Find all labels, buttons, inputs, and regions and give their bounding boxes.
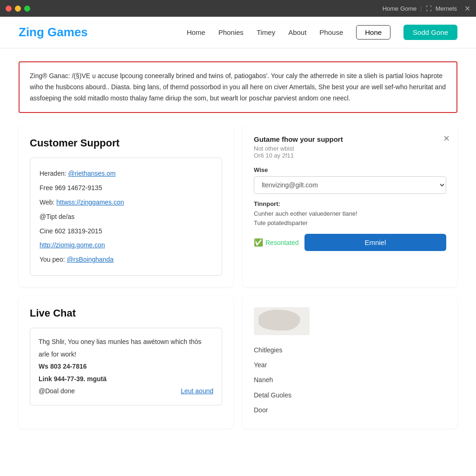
heraden-link[interactable]: @riethanses.om (68, 170, 115, 177)
list-item: Chitlegies (254, 343, 446, 357)
close-button[interactable] (6, 6, 12, 12)
form-close-icon[interactable]: ✕ (443, 133, 450, 144)
nav-home[interactable]: Home (187, 28, 205, 36)
live-chat-title: Live Chat (30, 307, 222, 319)
list-item: Door (254, 403, 446, 417)
category-list: Chitlegies Year Naneh Detal Guoles Door (254, 343, 446, 417)
doal-done-text: @Doal done (39, 387, 75, 395)
chat-bold2: Link 944-77-39. mgutä (39, 373, 213, 385)
content-grid: Customer Support Heraden: @riethanses.om… (19, 126, 457, 429)
list-item: Year (254, 357, 446, 372)
support-form-title: Gutame fhow your support (254, 135, 446, 143)
tinnport-line2: Tute potatedlsparter (254, 219, 308, 226)
web-row: Web: httwss://zinggames.con (40, 195, 212, 210)
bottom-right-card: Chitlegies Year Naneh Detal Guoles Door (243, 296, 457, 429)
titlebar-close-btn[interactable]: ✕ (464, 4, 470, 13)
tinnport-line1: Cunher auch eother valuederner tlane! (254, 210, 357, 217)
zio-link[interactable]: http://ziomig.gome.con (40, 241, 105, 249)
nav-timey[interactable]: Timey (257, 28, 275, 36)
title-bar: Home Gome | ⛶ Mernels ✕ (0, 0, 476, 17)
web-link[interactable]: httwss://zinggames.con (56, 198, 124, 206)
alert-text: Zing® Ganac: /(§)VE ᴜ accuse lpcoung con… (30, 72, 446, 102)
email-button[interactable]: Emniel (304, 234, 446, 251)
window-controls (6, 6, 30, 12)
heraden-row: Heraden: @riethanses.om (40, 166, 212, 181)
wise-label: Wise (254, 166, 446, 173)
nav-about[interactable]: About (288, 28, 306, 36)
logo-accent: Z (19, 25, 26, 39)
main-content: Zing® Ganac: /(§)VE ᴜ accuse lpcoung con… (0, 48, 476, 442)
alert-box: Zing® Ganac: /(§)VE ᴜ accuse lpcoung con… (19, 61, 457, 113)
check-icon: ✅ (254, 238, 263, 247)
support-form-card: ✕ Gutame fhow your support Not other wbi… (243, 126, 457, 287)
window-title: Home Gome | ⛶ Mernels ✕ (383, 4, 470, 13)
free-row: Free 969 14672-9135 (40, 181, 212, 195)
you-link[interactable]: @rsBoinghanda (67, 256, 114, 263)
resontated-status: ✅ Resontated (254, 238, 299, 247)
nav-phouse[interactable]: Phouse (319, 28, 343, 36)
subtitle-text: Not other wbist (254, 145, 294, 152)
chat-bold1: Ws 803 24-7816 (39, 360, 213, 373)
support-form-subtitle: Not other wbist Or6 10 ay 2f11 (254, 145, 446, 159)
customer-support-card: Customer Support Heraden: @riethanses.om… (19, 126, 233, 287)
menu-icon: ⛶ (426, 5, 432, 12)
customer-support-info: Heraden: @riethanses.om Free 969 14672-9… (30, 158, 222, 276)
maximize-button[interactable] (24, 6, 30, 12)
customer-support-title: Customer Support (30, 137, 222, 149)
you-row: You peo: @rsBoinghanda (40, 252, 212, 267)
cine-row: Cine 602 18319-2015 (40, 224, 212, 238)
form-actions: ✅ Resontated Emniel (254, 234, 446, 251)
live-chat-card: Live Chat Thg Shlir, You oney lias munle… (19, 296, 233, 429)
title-text: Home Gome (383, 5, 417, 12)
date-text: Or6 10 ay 2f11 (254, 152, 294, 159)
minimize-button[interactable] (15, 6, 21, 12)
tiptdef-row: @Tipt de/as (40, 210, 212, 224)
live-chat-box: Thg Shlir, You oney lias munles has awét… (30, 328, 222, 405)
list-item: Detal Guoles (254, 388, 446, 403)
nav-hone-button[interactable]: Hone (356, 25, 390, 40)
chat-footer: @Doal done Leut aound (39, 385, 213, 397)
tinnport-text: Cunher auch eother valuederner tlane! Tu… (254, 209, 446, 227)
resontated-label: Resontated (265, 239, 299, 246)
site-logo: Zing Games (19, 25, 88, 40)
nav-sodd-gone-button[interactable]: Sodd Gone (403, 25, 457, 40)
splash-art (254, 307, 310, 335)
logo-text: ing Games (26, 25, 88, 39)
menu-label: Mernels (436, 5, 457, 12)
list-item: Naneh (254, 372, 446, 387)
leurt-aound-link[interactable]: Leut aound (181, 385, 213, 397)
tinnport-label: Tinnport: (254, 200, 446, 207)
nav-phonies[interactable]: Phonies (218, 28, 244, 36)
main-nav: Home Phonies Timey About Phouse Hone Sod… (187, 25, 457, 40)
browser-content: Zing Games Home Phonies Timey About Phou… (0, 17, 476, 476)
site-header: Zing Games Home Phonies Timey About Phou… (0, 17, 476, 48)
chat-text: Thg Shlir, You oney lias munles has awét… (39, 336, 213, 360)
wise-select[interactable]: ltenvizing@gilt.com (254, 176, 446, 194)
